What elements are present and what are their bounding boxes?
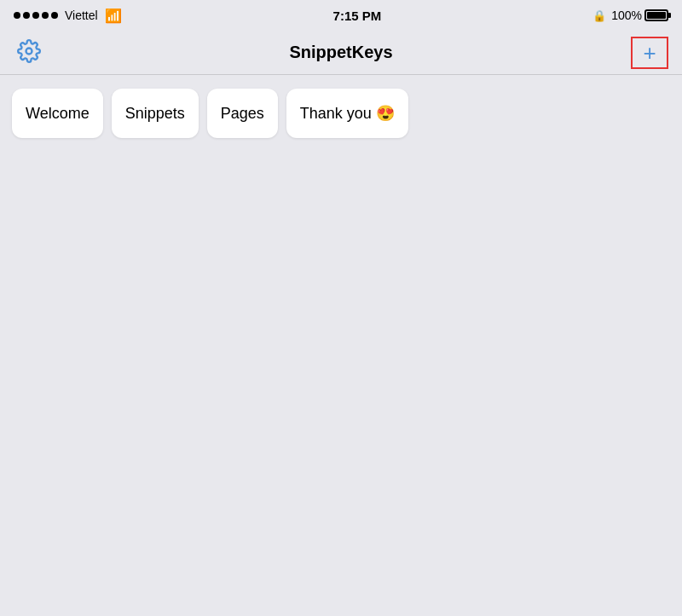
signal-dot-4 [42,12,49,19]
tile-pages[interactable]: Pages [207,89,278,138]
tile-thankyou[interactable]: Thank you 😍 [286,89,408,138]
signal-dot-1 [14,12,20,19]
tile-snippets[interactable]: Snippets [112,89,199,138]
content-area: Welcome Snippets Pages Thank you 😍 [0,75,682,616]
tile-welcome[interactable]: Welcome [12,89,103,138]
gear-icon [17,39,41,63]
status-left: Viettel 📶 [14,8,122,24]
status-time: 7:15 PM [333,9,382,23]
wifi-icon: 📶 [105,8,122,24]
add-icon: + [643,42,656,64]
signal-dot-2 [23,12,30,19]
tiles-row: Welcome Snippets Pages Thank you 😍 [12,89,670,138]
lock-icon: 🔒 [592,9,606,22]
status-bar: Viettel 📶 7:15 PM 🔒 100% [0,0,682,31]
add-button[interactable]: + [631,37,668,69]
svg-point-0 [26,49,32,55]
signal-dot-3 [32,12,39,19]
signal-dots [14,12,58,19]
nav-bar: SnippetKeys + [0,31,682,75]
carrier-name: Viettel [65,9,98,22]
battery-container: 100% [611,9,668,22]
battery-fill [647,12,666,19]
app-title: SnippetKeys [289,43,392,62]
settings-button[interactable] [14,36,44,69]
battery-icon [644,9,668,21]
status-right: 🔒 100% [592,9,668,22]
signal-dot-5 [51,12,58,19]
battery-percent: 100% [611,9,642,22]
